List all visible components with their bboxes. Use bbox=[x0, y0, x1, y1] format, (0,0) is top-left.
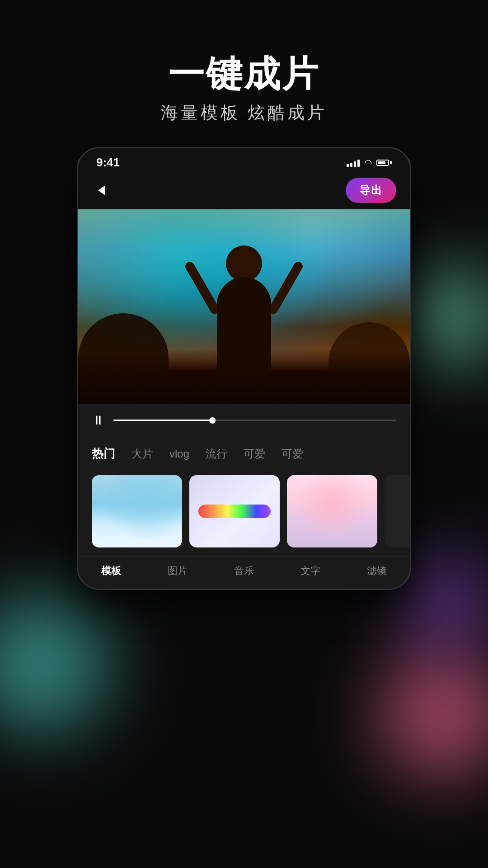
page-wrapper: 一键成片 海量模板 炫酷成片 9:41 ◠ bbox=[0, 0, 488, 868]
status-time: 9:41 bbox=[96, 156, 120, 170]
nav-label-text: 文字 bbox=[300, 564, 320, 578]
phone-mockup: 9:41 ◠ bbox=[77, 147, 411, 590]
template-1[interactable] bbox=[92, 475, 182, 547]
tab-liuxing[interactable]: 流行 bbox=[206, 445, 227, 463]
back-button[interactable] bbox=[92, 180, 112, 200]
template-3[interactable] bbox=[287, 475, 377, 547]
tab-vlog[interactable]: vlog bbox=[169, 446, 189, 462]
signal-icon bbox=[347, 159, 360, 167]
nav-item-text[interactable]: 文字 bbox=[277, 564, 343, 578]
nav-label-filter: 滤镜 bbox=[367, 564, 387, 578]
video-player[interactable] bbox=[78, 209, 410, 404]
status-bar: 9:41 ◠ bbox=[78, 148, 410, 174]
signal-bar-3 bbox=[354, 161, 356, 167]
template-2[interactable] bbox=[189, 475, 280, 547]
person-head bbox=[226, 245, 262, 282]
hero-sub-title: 海量模板 炫酷成片 bbox=[161, 101, 328, 124]
progress-fill bbox=[113, 420, 212, 421]
tab-hot[interactable]: 热门 bbox=[92, 444, 115, 463]
nav-label-picture: 图片 bbox=[168, 564, 188, 578]
signal-bar-4 bbox=[357, 160, 360, 167]
pause-button[interactable]: ⏸ bbox=[92, 413, 104, 428]
nav-item-template[interactable]: 模板 bbox=[78, 564, 145, 578]
template-3-preview bbox=[287, 475, 377, 547]
nav-item-filter[interactable]: 滤镜 bbox=[343, 564, 410, 578]
tab-cute1[interactable]: 可爱 bbox=[244, 445, 265, 463]
tab-cute2[interactable]: 可爱 bbox=[282, 445, 303, 463]
progress-handle[interactable] bbox=[209, 417, 216, 424]
playback-controls: ⏸ bbox=[78, 404, 410, 437]
templates-row bbox=[78, 471, 410, 557]
wifi-icon: ◠ bbox=[364, 157, 372, 168]
nav-item-music[interactable]: 音乐 bbox=[211, 564, 277, 578]
template-4[interactable] bbox=[385, 475, 410, 547]
status-icons: ◠ bbox=[347, 157, 392, 168]
pause-icon: ⏸ bbox=[92, 413, 104, 427]
nav-item-picture[interactable]: 图片 bbox=[145, 564, 211, 578]
hero-section: 一键成片 海量模板 炫酷成片 bbox=[161, 0, 328, 124]
crowd-overlay bbox=[78, 349, 410, 404]
nav-label-template: 模板 bbox=[101, 564, 121, 578]
battery-icon bbox=[376, 160, 392, 166]
template-2-preview bbox=[189, 475, 280, 547]
video-scene bbox=[78, 209, 410, 404]
nav-bar: 导出 bbox=[78, 174, 410, 209]
nav-label-music: 音乐 bbox=[234, 564, 254, 578]
category-tabs: 热门 大片 vlog 流行 可爱 可爱 bbox=[78, 437, 410, 471]
tab-dapian[interactable]: 大片 bbox=[131, 445, 153, 463]
signal-bar-1 bbox=[347, 164, 349, 167]
back-arrow-icon bbox=[98, 185, 105, 195]
signal-bar-2 bbox=[350, 163, 352, 167]
hero-main-title: 一键成片 bbox=[161, 54, 328, 94]
template-1-preview bbox=[92, 475, 182, 547]
bottom-nav: 模板 图片 音乐 文字 滤镜 bbox=[78, 557, 410, 589]
progress-bar[interactable] bbox=[113, 420, 396, 421]
rainbow-element bbox=[198, 505, 271, 518]
export-button[interactable]: 导出 bbox=[346, 178, 396, 203]
